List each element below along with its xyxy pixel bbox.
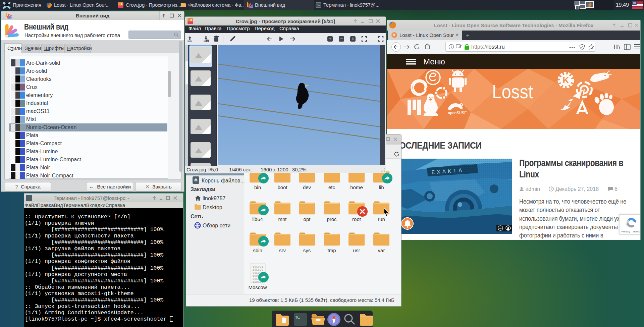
svg-text:$_: $_ xyxy=(296,315,300,319)
svg-text:1: 1 xyxy=(207,40,208,42)
svg-text:1: 1 xyxy=(352,37,354,41)
svg-text:K: K xyxy=(563,75,569,85)
svg-text:openSUSE: openSUSE xyxy=(448,111,467,115)
svg-text:Losst: Losst xyxy=(492,80,533,102)
svg-text:101001: 101001 xyxy=(253,265,263,268)
svg-text:101100: 101100 xyxy=(253,268,263,271)
